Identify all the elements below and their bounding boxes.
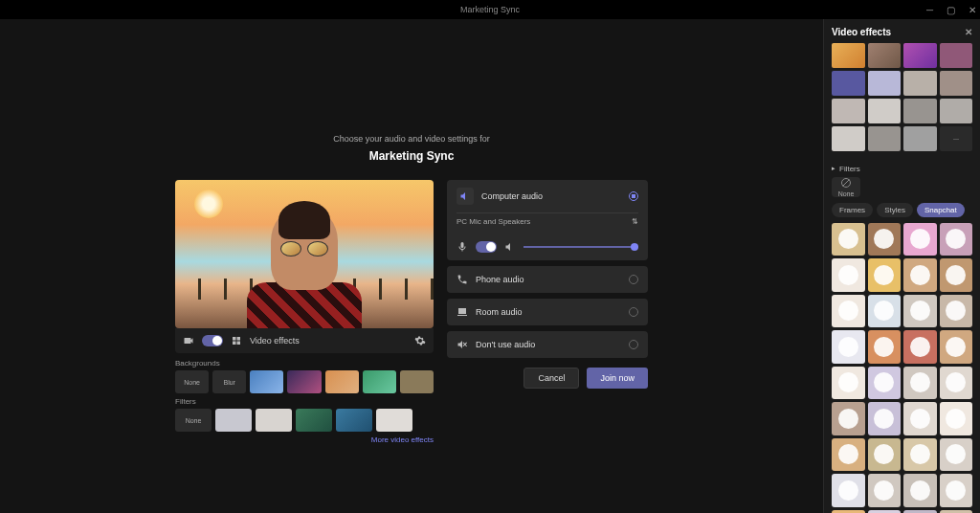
filter-tile[interactable]: [940, 438, 973, 472]
join-now-button[interactable]: Join now: [587, 368, 648, 389]
none-icon: [840, 177, 852, 189]
background-tile[interactable]: [903, 71, 937, 96]
radio-icon: [629, 307, 638, 317]
radio-icon: [629, 275, 638, 284]
background-thumb[interactable]: [400, 370, 434, 393]
filter-tile[interactable]: [940, 367, 973, 400]
background-tile[interactable]: [832, 99, 865, 123]
filter-tile[interactable]: [940, 295, 973, 328]
camera-toggle[interactable]: [202, 335, 223, 346]
filter-tile[interactable]: [832, 330, 865, 364]
background-tile[interactable]: [940, 43, 973, 68]
filter-thumb[interactable]: [215, 409, 252, 432]
filter-grid: [832, 223, 972, 514]
video-effects-button[interactable]: Video effects: [250, 336, 300, 346]
filter-tile[interactable]: [940, 510, 973, 514]
filter-thumb[interactable]: [296, 409, 332, 432]
cancel-button[interactable]: Cancel: [523, 368, 579, 389]
filter-none-tile[interactable]: None: [832, 177, 860, 197]
maximize-button[interactable]: ▢: [947, 5, 955, 15]
camera-preview: [175, 180, 434, 328]
filter-none[interactable]: None: [175, 409, 212, 432]
close-button[interactable]: ✕: [969, 5, 976, 15]
filter-tile[interactable]: [868, 438, 902, 472]
show-all-button[interactable]: ⋯: [940, 126, 973, 151]
filter-tile[interactable]: [868, 402, 902, 435]
filters-section-label[interactable]: Filters: [832, 165, 972, 173]
background-tile[interactable]: [868, 99, 902, 123]
filter-tile[interactable]: [832, 402, 865, 435]
audio-option-computer[interactable]: Computer audio PC Mic and Speakers⇅: [447, 180, 648, 260]
background-none[interactable]: None: [175, 370, 209, 393]
background-tile[interactable]: [940, 99, 973, 123]
filter-tile[interactable]: [903, 510, 937, 514]
background-thumb[interactable]: [250, 370, 283, 393]
background-tile[interactable]: [868, 43, 902, 68]
radio-selected-icon: [629, 191, 638, 201]
filter-tile[interactable]: [903, 438, 937, 472]
speaker-icon: [459, 190, 471, 202]
audio-option-none[interactable]: Don't use audio: [447, 331, 648, 358]
background-blur[interactable]: Blur: [212, 370, 246, 393]
tab-styles[interactable]: Styles: [877, 203, 913, 217]
background-tile[interactable]: [868, 71, 902, 96]
filter-tile[interactable]: [940, 330, 973, 364]
filter-tile[interactable]: [940, 223, 973, 256]
filter-tile[interactable]: [903, 474, 937, 507]
filter-tile[interactable]: [868, 510, 902, 514]
filter-tile[interactable]: [868, 295, 902, 328]
more-effects-link[interactable]: More video effects: [175, 435, 434, 444]
filter-tile[interactable]: [832, 258, 865, 292]
tab-snapchat[interactable]: Snapchat: [917, 203, 965, 217]
filter-thumb[interactable]: [376, 409, 412, 432]
filter-tile[interactable]: [868, 258, 902, 292]
background-tile[interactable]: [940, 71, 973, 96]
filter-tile[interactable]: [940, 258, 973, 292]
background-tile[interactable]: [832, 126, 865, 151]
filter-tile[interactable]: [903, 367, 937, 400]
mic-toggle[interactable]: [476, 241, 497, 253]
camera-icon: [183, 335, 194, 346]
minimize-button[interactable]: ─: [926, 5, 933, 15]
filter-tile[interactable]: [903, 258, 937, 292]
filter-tile[interactable]: [940, 474, 973, 507]
background-thumb[interactable]: [363, 370, 396, 393]
background-tile[interactable]: [903, 126, 937, 151]
background-grid: ⋯: [832, 43, 972, 151]
background-tile[interactable]: [903, 43, 937, 68]
device-selector[interactable]: PC Mic and Speakers⇅: [457, 212, 638, 230]
panel-title: Video effects: [832, 27, 891, 37]
background-tile[interactable]: [832, 71, 865, 96]
filter-tile[interactable]: [940, 402, 973, 435]
filter-thumb[interactable]: [256, 409, 292, 432]
filter-tile[interactable]: [868, 367, 902, 400]
background-thumb[interactable]: [325, 370, 359, 393]
filter-tile[interactable]: [868, 330, 902, 364]
effects-icon: [231, 335, 242, 346]
volume-slider[interactable]: [523, 246, 638, 248]
background-tile[interactable]: [903, 99, 937, 123]
filter-tile[interactable]: [832, 367, 865, 400]
filter-tile[interactable]: [832, 474, 865, 507]
background-thumb[interactable]: [287, 370, 321, 393]
filter-tile[interactable]: [903, 330, 937, 364]
filter-tile[interactable]: [903, 295, 937, 328]
window-controls: ─ ▢ ✕: [926, 5, 976, 15]
filter-tile[interactable]: [903, 402, 937, 435]
tab-frames[interactable]: Frames: [832, 203, 873, 217]
background-tile[interactable]: [832, 43, 865, 68]
gear-icon[interactable]: [414, 335, 426, 346]
filter-tile[interactable]: [832, 510, 865, 514]
filter-tile[interactable]: [903, 223, 937, 256]
svg-line-1: [843, 179, 850, 186]
close-panel-button[interactable]: ✕: [965, 27, 972, 37]
filter-tile[interactable]: [832, 295, 865, 328]
audio-option-phone[interactable]: Phone audio: [447, 266, 648, 293]
filter-tile[interactable]: [832, 223, 865, 256]
audio-option-room[interactable]: Room audio: [447, 299, 648, 325]
filter-tile[interactable]: [868, 223, 902, 256]
filter-thumb[interactable]: [336, 409, 372, 432]
filter-tile[interactable]: [832, 438, 865, 472]
background-tile[interactable]: [868, 126, 902, 151]
filter-tile[interactable]: [868, 474, 902, 507]
